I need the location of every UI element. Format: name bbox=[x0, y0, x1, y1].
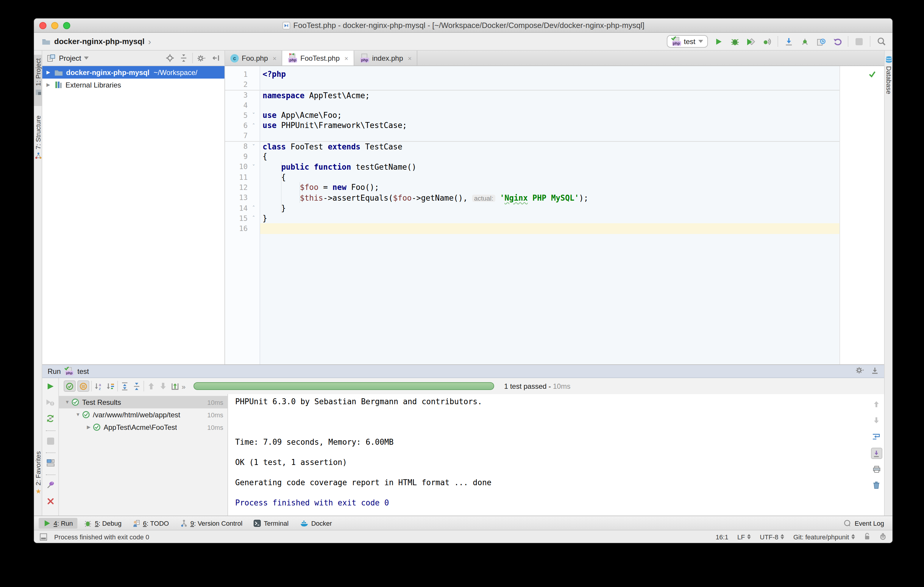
fold-marker-icon[interactable]: ˇ bbox=[252, 164, 259, 170]
tree-expand-arrow-icon[interactable] bbox=[46, 82, 54, 87]
fold-marker-icon[interactable]: ˆ bbox=[252, 122, 259, 129]
close-tab-icon[interactable] bbox=[273, 54, 277, 62]
event-log-button[interactable]: Event Log bbox=[840, 518, 888, 528]
pin-tab-button[interactable] bbox=[46, 480, 54, 491]
scroll-to-end-toggle[interactable] bbox=[871, 448, 882, 459]
editor[interactable]: 12345ˇ6ˆ78ˇ910ˇ11121314ˆ15ˆ16 <?phpnames… bbox=[225, 66, 884, 364]
rerun-failed-tests-button[interactable] bbox=[46, 398, 55, 409]
attach-debugger-button[interactable] bbox=[761, 36, 772, 47]
breadcrumb[interactable]: docker-nginx-php-mysql bbox=[42, 36, 151, 47]
sort-by-duration-button[interactable] bbox=[106, 381, 116, 391]
next-occurrence-button[interactable] bbox=[873, 416, 880, 426]
code-line[interactable]: <?php bbox=[260, 69, 840, 79]
show-passed-toggle[interactable] bbox=[64, 381, 76, 392]
code-line[interactable]: { bbox=[260, 152, 840, 162]
show-ignored-toggle[interactable] bbox=[78, 381, 89, 392]
hide-run-panel-button[interactable] bbox=[871, 366, 879, 376]
soft-wrap-toggle[interactable] bbox=[872, 432, 881, 442]
tool-window-button-vcs[interactable]: 9: Version Control bbox=[175, 517, 247, 529]
code-line[interactable] bbox=[260, 100, 840, 110]
collapse-all-button[interactable] bbox=[132, 381, 142, 391]
vcs-commit-button[interactable] bbox=[800, 36, 810, 47]
debug-button[interactable] bbox=[729, 36, 740, 47]
run-configuration-select[interactable]: test bbox=[667, 35, 708, 48]
fold-marker-icon[interactable]: ˇ bbox=[252, 143, 259, 150]
rerun-button[interactable] bbox=[46, 382, 54, 393]
fold-marker-icon[interactable]: ˆ bbox=[252, 205, 259, 211]
code-line[interactable]: public function testGetName() bbox=[260, 162, 840, 172]
vcs-update-button[interactable] bbox=[784, 36, 794, 47]
code-line[interactable] bbox=[260, 224, 840, 234]
code-pane[interactable]: <?phpnamespace AppTest\Acme;use App\Acme… bbox=[260, 66, 884, 364]
tab-footest-php[interactable]: FooTest.php bbox=[282, 51, 354, 66]
code-line[interactable] bbox=[260, 131, 840, 142]
zoom-window-button[interactable] bbox=[63, 22, 70, 29]
code-line[interactable]: $foo = new Foo(); bbox=[260, 183, 840, 193]
title-bar[interactable]: FooTest.php - docker-nginx-php-mysql - [… bbox=[34, 18, 893, 33]
expand-all-button[interactable] bbox=[120, 381, 130, 391]
tool-window-button-run[interactable]: 4: Run bbox=[39, 518, 78, 528]
inspections-ok-icon[interactable] bbox=[869, 69, 876, 80]
caret-position-widget[interactable]: 16:1 bbox=[716, 533, 728, 540]
search-everywhere-button[interactable] bbox=[876, 36, 886, 47]
run-panel-settings-gear-button[interactable] bbox=[856, 366, 865, 376]
git-branch-widget[interactable]: Git: feature/phpunit bbox=[793, 533, 855, 540]
close-tab-icon[interactable] bbox=[345, 54, 348, 62]
stripe-button-structure[interactable]: 7: Structure bbox=[34, 112, 42, 169]
code-line[interactable]: class FooTest extends TestCase bbox=[260, 141, 840, 152]
collapse-all-button[interactable] bbox=[178, 53, 188, 63]
fold-marker-icon[interactable]: ˆ bbox=[252, 215, 259, 222]
stripe-button-favorites[interactable]: 2: Favorites bbox=[34, 448, 42, 505]
close-tab-icon[interactable] bbox=[408, 54, 412, 62]
code-line[interactable]: } bbox=[260, 213, 840, 224]
hide-panel-button[interactable] bbox=[211, 53, 220, 63]
tool-window-button-todo[interactable]: 6: TODO bbox=[128, 518, 173, 528]
encoding-widget[interactable]: UTF-8 bbox=[760, 533, 784, 540]
toggle-auto-test-button[interactable] bbox=[46, 414, 55, 425]
tree-expand-arrow-icon[interactable] bbox=[63, 399, 71, 405]
clear-console-button[interactable] bbox=[873, 480, 880, 491]
prev-occurrence-button[interactable] bbox=[873, 399, 880, 410]
run-console[interactable]: PHPUnit 6.3.0 by Sebastian Bergmann and … bbox=[228, 394, 869, 516]
import-test-results-button[interactable] bbox=[170, 381, 180, 391]
stop-process-button[interactable] bbox=[47, 436, 54, 447]
code-line[interactable]: } bbox=[260, 203, 840, 213]
sort-alphabetically-button[interactable]: az bbox=[94, 381, 104, 391]
print-button[interactable] bbox=[873, 464, 880, 475]
rollback-button[interactable] bbox=[832, 36, 842, 47]
stop-button[interactable] bbox=[854, 36, 865, 47]
tool-window-button-debug[interactable]: 5: Debug bbox=[79, 518, 126, 528]
tab-index-php[interactable]: index.php bbox=[354, 51, 417, 66]
code-line[interactable]: { bbox=[260, 172, 840, 183]
restore-layout-button[interactable] bbox=[46, 458, 54, 469]
code-line[interactable]: namespace AppTest\Acme; bbox=[260, 90, 840, 100]
test-tree-row[interactable]: AppTest\Acme\FooTest10ms bbox=[59, 421, 228, 434]
run-button[interactable] bbox=[713, 36, 724, 47]
close-window-button[interactable] bbox=[39, 22, 46, 29]
more-actions-icon[interactable] bbox=[182, 381, 185, 391]
locate-file-button[interactable] bbox=[165, 53, 175, 63]
code-line[interactable]: use PHPUnit\Framework\TestCase; bbox=[260, 120, 840, 131]
fold-marker-icon[interactable]: ˇ bbox=[252, 112, 259, 119]
project-tree-root-row[interactable]: docker-nginx-php-mysql ~/Workspace/ bbox=[42, 66, 224, 79]
next-failed-test-button[interactable] bbox=[158, 381, 168, 391]
tree-expand-arrow-icon[interactable] bbox=[84, 424, 93, 430]
run-with-coverage-button[interactable] bbox=[746, 36, 756, 47]
highlighting-level-icon[interactable] bbox=[879, 533, 886, 541]
run-panel-header[interactable]: Run test bbox=[42, 365, 884, 378]
previous-failed-test-button[interactable] bbox=[146, 381, 156, 391]
tree-expand-arrow-icon[interactable] bbox=[74, 412, 82, 417]
code-line[interactable] bbox=[260, 79, 840, 90]
project-panel-title[interactable]: Project bbox=[59, 54, 81, 62]
code-line[interactable]: $this->assertEquals($foo->getName(), act… bbox=[260, 193, 840, 203]
stripe-button-project[interactable]: 1: Project bbox=[34, 55, 42, 106]
recent-changes-button[interactable] bbox=[816, 36, 827, 47]
chevron-down-icon[interactable] bbox=[84, 56, 89, 59]
test-tree-row[interactable]: Test Results10ms bbox=[59, 396, 228, 408]
toolwindow-toggle-icon[interactable] bbox=[40, 533, 47, 540]
lock-icon[interactable] bbox=[864, 533, 870, 541]
code-line[interactable]: use App\Acme\Foo; bbox=[260, 110, 840, 120]
close-panel-button[interactable] bbox=[47, 496, 54, 507]
tool-window-button-docker[interactable]: Docker bbox=[295, 518, 337, 528]
minimize-window-button[interactable] bbox=[51, 22, 58, 29]
